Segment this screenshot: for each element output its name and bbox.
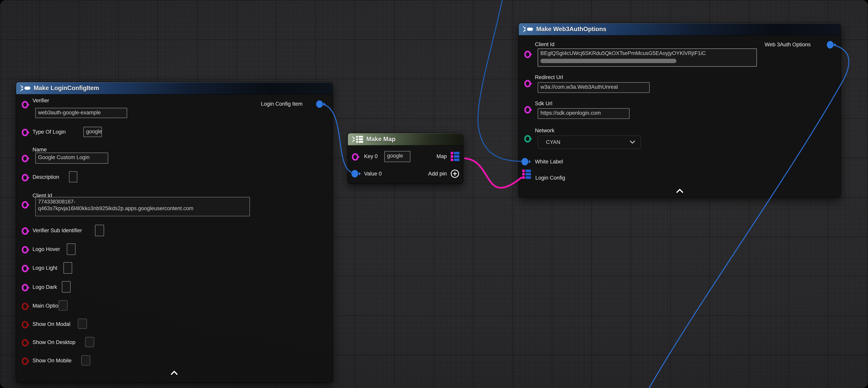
- show-on-mobile-pin[interactable]: [22, 357, 28, 365]
- redirect-url-label: Redirect Url: [535, 74, 563, 81]
- verifier-label: Verifier: [33, 98, 49, 104]
- sdk-url-pin[interactable]: [524, 106, 531, 114]
- show-on-modal-pin[interactable]: [22, 321, 28, 328]
- description-pin[interactable]: [22, 174, 28, 181]
- main-option-checkbox[interactable]: [59, 300, 68, 310]
- type-of-login-pin[interactable]: [22, 129, 28, 136]
- chevron-down-icon: [629, 140, 636, 144]
- show-on-mobile-label: Show On Mobile: [33, 358, 71, 364]
- client-id-label: Client Id: [535, 41, 554, 48]
- redirect-url-input[interactable]: w3a://com.w3a.Web3AuthUnreal: [538, 82, 650, 93]
- show-on-modal-checkbox[interactable]: [78, 319, 87, 329]
- key-0-label: Key 0: [364, 153, 378, 159]
- show-on-mobile-checkbox[interactable]: [81, 355, 90, 365]
- type-of-login-input[interactable]: google: [83, 127, 102, 137]
- logo-hover-label: Logo Hover: [33, 246, 60, 252]
- white-label-label: White Label: [535, 159, 563, 165]
- logo-light-label: Logo Light: [33, 265, 57, 271]
- logo-dark-pin[interactable]: [22, 284, 28, 291]
- client-id-input[interactable]: BEglQSgt4cUWcj6SKRdu5QkOXTsePmMcusG5EAoy…: [538, 49, 757, 67]
- key-0-input[interactable]: google: [384, 151, 410, 162]
- show-on-desktop-checkbox[interactable]: [85, 337, 94, 347]
- type-of-login-label: Type Of Login: [33, 129, 66, 135]
- output-web3auth-options-pin[interactable]: [827, 41, 834, 49]
- node-title: Make Web3AuthOptions: [536, 26, 606, 33]
- value-0-pin[interactable]: [351, 170, 358, 177]
- verifier-input[interactable]: web3auth-google-example: [35, 108, 127, 118]
- verifier-sub-identifier-label: Verifier Sub Identifier: [33, 228, 82, 234]
- node-header[interactable]: ↘↗ Make LoginConfigItem: [16, 82, 333, 94]
- redirect-url-pin[interactable]: [524, 80, 531, 87]
- sdk-url-label: Sdk Url: [535, 100, 553, 107]
- wire-top-to-whitelabel[interactable]: [478, 0, 522, 161]
- output-login-config-item-pin[interactable]: [316, 100, 323, 108]
- client-id-pin[interactable]: [524, 51, 531, 58]
- login-config-label: Login Config: [535, 175, 565, 181]
- name-input[interactable]: Google Custom Login: [35, 153, 108, 163]
- value-0-label: Value 0: [364, 171, 382, 177]
- main-option-pin[interactable]: [22, 303, 28, 310]
- logo-hover-input[interactable]: [67, 243, 75, 255]
- logo-dark-input[interactable]: [62, 281, 70, 293]
- make-map-icon: ↘↗: [351, 136, 363, 143]
- verifier-sub-identifier-input[interactable]: [95, 225, 104, 236]
- network-dropdown-value: CYAN: [546, 139, 560, 145]
- main-option-label: Main Option: [33, 303, 61, 309]
- node-header[interactable]: ↘↗ Make Web3AuthOptions: [519, 23, 841, 35]
- show-on-modal-label: Show On Modal: [33, 321, 70, 327]
- login-config-pin[interactable]: [522, 170, 531, 179]
- verifier-pin[interactable]: [22, 101, 28, 109]
- name-pin[interactable]: [22, 155, 28, 162]
- show-on-desktop-pin[interactable]: [22, 339, 28, 347]
- network-dropdown[interactable]: CYAN: [538, 136, 641, 149]
- client-id-input[interactable]: 774338308167- q463s7kpvja16l4l0kko3nb925…: [35, 197, 250, 216]
- logo-light-pin[interactable]: [22, 265, 28, 272]
- network-pin[interactable]: [524, 135, 531, 143]
- node-title: Make Map: [366, 136, 395, 143]
- verifier-sub-identifier-pin[interactable]: [22, 227, 28, 235]
- make-struct-icon: ↘↗: [20, 85, 30, 92]
- logo-light-input[interactable]: [63, 262, 72, 274]
- logo-hover-pin[interactable]: [22, 246, 28, 253]
- make-struct-icon: ↘↗: [522, 26, 533, 33]
- node-make-loginconfigitem[interactable]: ↘↗ Make LoginConfigItem Verifier web3aut…: [16, 82, 333, 383]
- output-web3auth-options-label: Web 3Auth Options: [765, 41, 811, 48]
- node-header[interactable]: ↘↗ Make Map: [348, 133, 463, 146]
- network-label: Network: [535, 127, 554, 134]
- collapse-node-chevron-icon[interactable]: [676, 188, 684, 193]
- show-on-desktop-label: Show On Desktop: [33, 339, 75, 346]
- map-output-label: Map: [436, 153, 447, 159]
- add-pin-plus-icon: [451, 169, 459, 178]
- wire-map-to-loginconfig[interactable]: [464, 158, 522, 188]
- logo-dark-label: Logo Dark: [33, 284, 57, 290]
- description-input[interactable]: [69, 171, 77, 182]
- name-label: Name: [33, 147, 47, 153]
- add-pin-label: Add pin: [428, 171, 447, 177]
- key-0-pin[interactable]: [352, 153, 359, 161]
- map-output-pin[interactable]: [451, 152, 459, 161]
- add-pin-button[interactable]: Add pin: [428, 169, 459, 178]
- node-make-web3authoptions[interactable]: ↘↗ Make Web3AuthOptions Client Id BEglQS…: [518, 23, 841, 198]
- node-make-map[interactable]: ↘↗ Make Map Key 0 google Map Value 0 Add…: [347, 133, 463, 184]
- white-label-pin[interactable]: [522, 158, 528, 166]
- blueprint-graph-canvas[interactable]: ↘↗ Make LoginConfigItem Verifier web3aut…: [0, 0, 868, 388]
- sdk-url-input[interactable]: https://sdk.openlogin.com: [538, 108, 629, 119]
- collapse-node-chevron-icon[interactable]: [170, 370, 178, 375]
- description-label: Description: [33, 174, 59, 180]
- client-id-pin[interactable]: [22, 201, 28, 209]
- client-id-hscrollbar[interactable]: [540, 59, 676, 63]
- output-login-config-item-label: Login Config Item: [261, 101, 303, 107]
- node-title: Make LoginConfigItem: [33, 85, 99, 92]
